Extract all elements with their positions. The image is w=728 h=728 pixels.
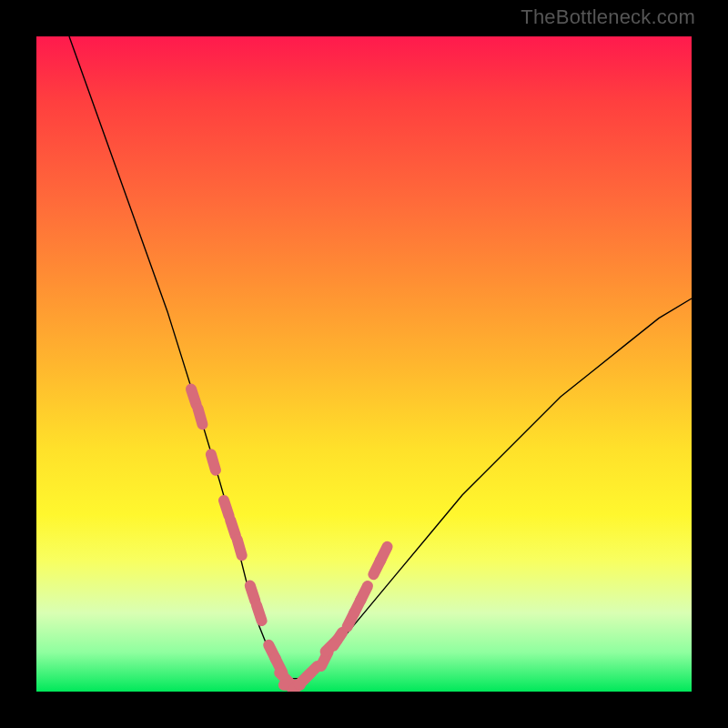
data-point	[333, 632, 342, 646]
chart-svg	[36, 36, 692, 692]
data-point	[230, 521, 236, 536]
sample-data-points	[191, 389, 388, 692]
data-point	[257, 605, 262, 621]
watermark-text: TheBottleneck.com	[521, 5, 695, 29]
data-point	[306, 666, 318, 678]
data-point	[191, 389, 197, 405]
data-point	[211, 454, 216, 470]
data-point	[238, 540, 242, 555]
chart-container: TheBottleneck.com	[0, 0, 728, 728]
data-point	[198, 409, 203, 424]
bottleneck-curve	[69, 36, 692, 679]
data-point	[380, 547, 388, 561]
data-point	[360, 586, 368, 601]
data-point	[250, 586, 256, 602]
data-point	[224, 500, 229, 516]
